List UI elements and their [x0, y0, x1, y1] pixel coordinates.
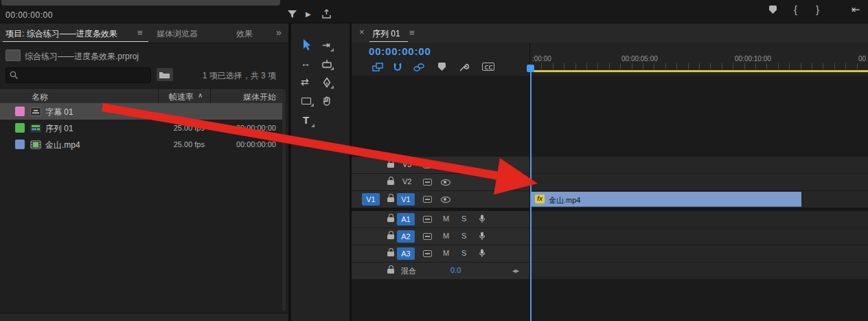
track-content-a3[interactable]	[530, 245, 868, 262]
track-content-v3[interactable]	[530, 157, 868, 173]
voiceover-mic-icon[interactable]	[479, 232, 486, 241]
item-name[interactable]: 金山.mp4	[45, 140, 80, 151]
lock-icon[interactable]	[387, 180, 394, 185]
item-media-start: 00:00:00:00	[220, 124, 276, 132]
sync-lock-icon[interactable]	[423, 196, 432, 203]
track-header-v3[interactable]: V3	[352, 157, 529, 173]
solo-button[interactable]: S	[461, 214, 466, 223]
track-header-a1[interactable]: A1 M S	[352, 211, 529, 228]
playhead-timecode[interactable]: 00:00:00:00	[369, 45, 431, 57]
lock-icon[interactable]	[387, 252, 394, 256]
mark-in-icon[interactable]: {	[794, 3, 797, 15]
lock-icon[interactable]	[387, 269, 394, 274]
track-content-v1[interactable]: fx 金山.mp4	[530, 191, 868, 208]
rectangle-tool-icon[interactable]	[301, 98, 311, 104]
track-content-a1[interactable]	[530, 211, 868, 228]
lock-icon[interactable]	[387, 163, 394, 168]
track-header-v1[interactable]: V1 V1	[352, 191, 529, 208]
solo-button[interactable]: S	[461, 249, 466, 257]
search-input[interactable]	[5, 67, 151, 83]
track-header-a3[interactable]: A3 M S	[352, 245, 529, 262]
mute-button[interactable]: M	[443, 214, 449, 223]
linked-selection-icon[interactable]	[413, 63, 424, 72]
sync-lock-icon[interactable]	[423, 179, 432, 186]
keyframe-nav-icon[interactable]: ◂▸	[512, 267, 519, 274]
hand-tool-icon[interactable]	[321, 96, 333, 107]
clip-fx-badge[interactable]: fx	[535, 195, 545, 203]
column-divider[interactable]	[210, 89, 211, 104]
voiceover-mic-icon[interactable]	[479, 249, 486, 258]
timeline-settings-wrench-icon[interactable]	[459, 62, 469, 72]
label-color-chip[interactable]	[15, 123, 25, 133]
track-target-a3[interactable]: A3	[397, 247, 415, 260]
type-tool-icon[interactable]: T	[303, 114, 309, 126]
captions-icon[interactable]	[482, 63, 494, 71]
bin-row-subtitle[interactable]: 字幕 01	[0, 103, 283, 120]
sync-lock-icon[interactable]	[423, 250, 432, 257]
nest-sequences-icon[interactable]	[372, 63, 383, 72]
voiceover-mic-icon[interactable]	[479, 214, 486, 224]
label-color-chip[interactable]	[15, 140, 25, 149]
tab-sequence[interactable]: 序列 01	[372, 28, 400, 40]
snap-icon[interactable]	[393, 63, 403, 72]
close-panel-icon[interactable]: ×	[359, 27, 365, 37]
item-name[interactable]: 序列 01	[45, 123, 73, 135]
mute-button[interactable]: M	[443, 232, 449, 240]
track-output-eye-icon[interactable]	[441, 197, 450, 203]
tab-effects[interactable]: 效果	[236, 28, 253, 40]
bin-row-sequence[interactable]: 序列 01 25.00 fps 00:00:00:00	[0, 120, 283, 136]
column-frame-rate[interactable]: 帧速率	[147, 91, 194, 103]
clip-jinshan[interactable]: fx 金山.mp4	[531, 192, 801, 207]
track-header-a2[interactable]: A2 M S	[352, 228, 529, 245]
project-scrollbar[interactable]	[282, 89, 286, 311]
ripple-edit-tool-icon[interactable]: ↔	[301, 58, 310, 69]
item-name[interactable]: 字幕 01	[45, 107, 73, 118]
mark-out-icon[interactable]: }	[816, 3, 819, 15]
track-output-eye-icon[interactable]	[441, 179, 450, 186]
track-name-v2[interactable]: V2	[402, 177, 411, 186]
track-content-a2[interactable]	[530, 228, 868, 245]
track-content-v2[interactable]	[530, 174, 868, 190]
track-name-v3[interactable]: V3	[402, 160, 411, 168]
track-header-v2[interactable]: V2	[352, 174, 529, 190]
panel-menu-icon[interactable]: ≡	[409, 27, 415, 38]
slip-tool-icon[interactable]: ⇄	[301, 76, 309, 87]
tab-project[interactable]: 项目: 综合练习——进度条效果	[5, 28, 117, 40]
column-name[interactable]: 名称	[32, 91, 48, 103]
solo-button[interactable]: S	[461, 232, 466, 240]
track-select-forward-tool-icon[interactable]: ⇥	[322, 39, 330, 50]
mute-button[interactable]: M	[443, 249, 449, 257]
sync-lock-icon[interactable]	[423, 216, 432, 223]
work-area-bar[interactable]	[530, 70, 868, 72]
track-target-a2[interactable]: A2	[397, 230, 415, 243]
tab-overflow-icon[interactable]: »	[276, 27, 282, 38]
playhead-line[interactable]	[530, 66, 532, 321]
track-header-master[interactable]: 混合 0.0 ◂▸	[352, 263, 529, 279]
bin-row-video[interactable]: 金山.mp4 25.00 fps 00:00:00:00	[0, 136, 283, 153]
selection-tool-icon[interactable]	[300, 38, 312, 51]
sort-asc-icon[interactable]: ∧	[198, 91, 203, 99]
panel-menu-icon[interactable]: ≡	[137, 27, 143, 38]
lock-icon[interactable]	[387, 234, 394, 239]
track-content-master[interactable]	[530, 263, 868, 279]
source-patch-v1[interactable]: V1	[362, 193, 380, 206]
project-file-name[interactable]: 综合练习——进度条效果.prproj	[25, 51, 139, 63]
track-target-a1[interactable]: A1	[397, 213, 415, 225]
add-marker-icon[interactable]	[769, 5, 777, 14]
label-color-chip[interactable]	[15, 107, 25, 116]
column-media-start[interactable]: 媒体开始	[220, 91, 276, 103]
lock-icon[interactable]	[387, 197, 394, 202]
play-around-icon[interactable]: ▶	[306, 10, 311, 18]
tab-media-browser[interactable]: 媒体浏览器	[157, 28, 198, 40]
go-to-in-icon[interactable]: ⇤	[852, 3, 860, 16]
track-target-v1[interactable]: V1	[397, 193, 415, 206]
filter-icon[interactable]	[287, 9, 297, 19]
bin-column-header[interactable]: 名称 帧速率 ∧ 媒体开始	[0, 88, 283, 104]
ruler-ticks[interactable]	[530, 63, 868, 69]
export-icon[interactable]	[321, 9, 332, 19]
sync-lock-icon[interactable]	[423, 162, 432, 168]
sync-lock-icon[interactable]	[423, 233, 432, 240]
lock-icon[interactable]	[387, 217, 394, 222]
master-volume-value[interactable]: 0.0	[450, 266, 461, 274]
project-bottom-bar	[0, 313, 288, 321]
